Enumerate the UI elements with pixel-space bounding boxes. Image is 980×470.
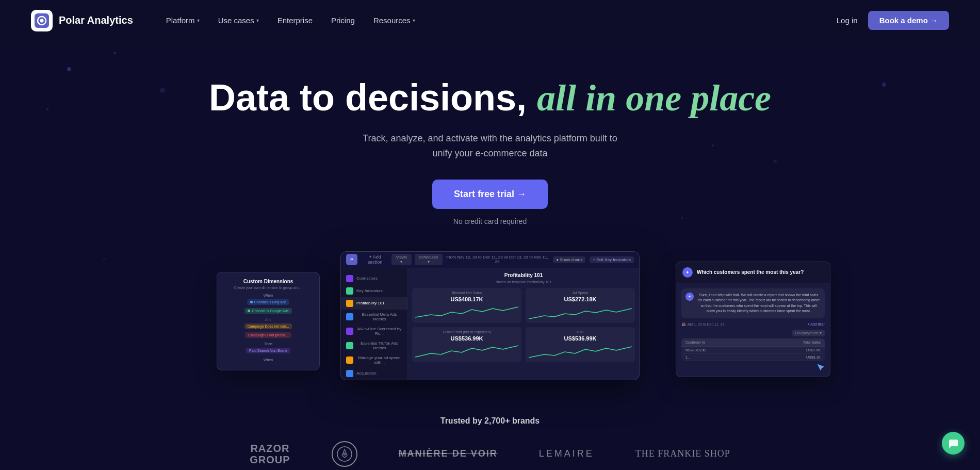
metric-cmi: CMI US$536.99K [526,327,635,362]
dashboard-main-panel: P + Add section Views ▾ Schedules ▾ From… [340,251,640,380]
logo-text: Polar Analytics [59,14,133,26]
logo-icon [31,10,53,31]
nav-right-actions: Log in Book a demo → [837,11,949,30]
sidebar-item-acquisition[interactable]: Acquisition [341,367,407,380]
dashboard-content: Connectors Key Indicators Profitability … [341,268,639,380]
brand-frankie-shop: The Frankie Shop [635,448,730,459]
sidebar-item-retention[interactable]: Retention [341,380,407,380]
chevron-down-icon: ▾ [256,18,259,23]
panel-subtitle: Create your own dimension to group and..… [223,286,313,289]
nav-item-usecases[interactable]: Use cases ▾ [211,12,266,29]
db-metrics-row-top: Blended Net Sales US$408.17K Ad Spend US… [412,288,635,323]
tag-campaign-1: Campaign Does not con... [244,323,292,329]
tiktok-icon [346,342,353,349]
sidebar-item-tiktok[interactable]: Essential TikTok Ads Metrics [341,338,407,353]
panel-title: Custom Dimensions [223,279,313,284]
sidebar-item-meta-ads[interactable]: Essential Meta Ads Metrics [341,310,407,324]
schedules-tag: Schedules ▾ [415,254,443,265]
db-main-content: Profitability 101 Based on template Prof… [408,268,639,380]
nav-item-platform[interactable]: Platform ▾ [159,12,207,29]
add-filter-btn[interactable]: + Add filter [808,322,825,326]
db-logo: P [346,254,357,265]
ad-spend-icon [346,356,353,364]
chat-fab-button[interactable] [942,432,965,455]
chevron-down-icon: ▾ [413,18,415,23]
then-label: Then [223,342,313,346]
brand-logos: RAZORGROUP MANIÈRE DE VOIR LEMAIRE The F… [0,441,980,467]
acquisition-icon [346,370,353,377]
edit-kpi-btn[interactable]: + Edit Key Indicators [590,256,634,263]
brand-volcom [332,441,357,467]
start-trial-button[interactable]: Start free trial → [432,180,548,209]
metric-value-2: US$272.18K [529,296,632,302]
ai-response-icon: ✦ [685,293,694,301]
nav-links: Platform ▾ Use cases ▾ Enterprise Pricin… [159,12,837,29]
hero-section: Data to decisions, all in one place Trac… [0,41,980,401]
ai-filter-row: 📅 Jan 1, 23 to Dec 11, 23 + Add filter [681,322,825,327]
db-metrics-row-bottom: Gross Profit (net of expenses) US$536.99… [412,327,635,362]
ai-question: Which customers spent the most this year… [697,269,804,275]
table-header: Customer Id Total Sales [681,338,825,347]
sidebar-item-profitability[interactable]: Profitability 101 [341,297,407,310]
metric-value-1: US$408.17K [415,296,518,302]
connectors-icon [346,275,353,282]
ai-chat-body: ✦ Sure, I can help with that. We will cr… [676,283,830,377]
tag-bing-ads: Channel is Bing Ads [247,299,290,305]
nav-item-pricing[interactable]: Pricing [324,12,362,29]
svg-point-2 [40,19,44,22]
tag-paid-search: Paid Search Non-Brand [246,348,290,353]
sidebar-item-key-indicators[interactable]: Key Indicators [341,285,407,297]
login-button[interactable]: Log in [837,16,858,25]
svg-point-4 [343,452,346,456]
hero-cta-sub: No credit card required [453,217,527,225]
trusted-section: Trusted by 2,700+ brands RAZORGROUP MANI… [0,401,980,470]
show-charts-toggle[interactable]: ● Show charts [553,256,585,263]
db-section-sub: Based on template Profitability 101 [412,280,635,284]
key-indicators-icon [346,287,353,295]
ai-icon: ✦ [682,267,693,278]
table-row: 5637870238 US$7.9K [681,347,825,354]
brand-lemaire: LEMAIRE [539,448,594,459]
sort-row: Beepayment ▾ [681,330,825,336]
nav-item-enterprise[interactable]: Enterprise [270,12,320,29]
sidebar-item-ad-spend[interactable]: Manage your ad spend with... [341,353,407,367]
dashboard-top-bar: P + Add section Views ▾ Schedules ▾ From… [341,252,639,268]
sidebar-item-scorecard[interactable]: All-In-One Scorecard by Ro... [341,324,407,338]
ai-chat-panel: ✦ Which customers spent the most this ye… [676,262,830,377]
book-demo-button[interactable]: Book a demo → [868,11,949,30]
ai-response: ✦ Sure, I can help with that. We will cr… [681,288,825,318]
hero-title: Data to decisions, all in one place [209,77,771,119]
metric-ad-spend: Ad Spend US$272.18K [526,288,635,323]
results-table: Customer Id Total Sales 5637870238 US$7.… [681,338,825,361]
dashboard-preview: Custom Dimensions Create your own dimens… [294,251,686,380]
metric-gross-profit: Gross Profit (net of expenses) US$536.99… [412,327,521,362]
db-sidebar: Connectors Key Indicators Profitability … [341,268,408,380]
views-tag: Views ▾ [391,254,411,265]
nav-logo[interactable]: Polar Analytics [31,10,133,31]
tag-google-ads: Channel is Google Ads [244,308,291,314]
chart-mini-4 [529,344,632,359]
brand-maniere: MANIÈRE DE VOIR [399,448,498,459]
brand-razor-group: RAZORGROUP [250,443,290,465]
nav-item-resources[interactable]: Resources ▾ [366,12,422,29]
meta-ads-icon [346,313,353,320]
tag-campaign-2: Campaign is not primar... [245,332,291,338]
trusted-title: Trusted by 2,700+ brands [0,416,980,426]
metric-value-3: US$536.99K [415,335,518,342]
and-divider: And [223,318,313,321]
hero-title-italic: all in one place [537,77,771,119]
sidebar-item-connectors[interactable]: Connectors [341,272,407,285]
cursor-icon [816,363,825,371]
when-label: When [223,294,313,297]
scorecard-icon [346,328,353,335]
metric-value-4: US$536.99K [529,335,632,342]
hero-subtitle: Track, analyze, and activate with the an… [356,131,624,161]
metric-label-3: Gross Profit (net of expenses) [415,330,518,334]
add-section-btn: + Add section [362,254,388,265]
metric-label-4: CMI [529,330,632,334]
chart-mini-2 [529,304,632,320]
chevron-down-icon: ▾ [197,18,200,23]
when-bottom-label: When [223,358,313,362]
chart-mini-1 [415,304,518,320]
metric-label-1: Blended Net Sales [415,291,518,295]
